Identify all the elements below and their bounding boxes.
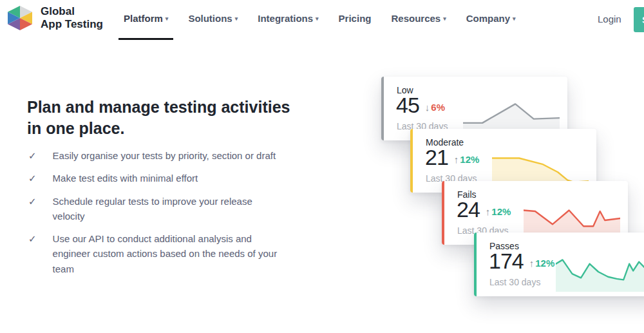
feature-item: ✓Make test edits with minimal effort (28, 171, 299, 186)
card-delta: ↑12% (486, 206, 511, 217)
card-delta: ↑12% (529, 258, 555, 269)
feature-item: ✓Use our API to conduct additional analy… (28, 231, 299, 276)
page-title: Plan and manage testing activities in on… (27, 97, 304, 139)
card-period: Last 30 days (489, 277, 540, 287)
card-delta: ↑12% (454, 154, 480, 165)
check-icon: ✓ (28, 171, 37, 186)
check-icon: ✓ (28, 231, 37, 276)
delta-percent: 12% (460, 154, 479, 165)
feature-text: Make test edits with minimal effort (53, 171, 198, 186)
logo[interactable]: Global App Testing (5, 5, 103, 32)
nav-item-pricing[interactable]: Pricing▾ (339, 13, 372, 24)
check-icon: ✓ (28, 148, 37, 163)
arrow-up-icon: ↑ (454, 154, 459, 165)
nav-item-integrations[interactable]: Integrations▾ (258, 13, 318, 24)
card-value: 24 (457, 198, 480, 220)
delta-percent: 12% (535, 258, 554, 269)
nav-item-label: Pricing (339, 13, 372, 24)
chevron-down-icon: ▾ (235, 15, 238, 22)
logo-text-line1: Global (41, 5, 103, 18)
feature-item: ✓Easily organise your tests by priority,… (28, 148, 299, 163)
card-accent-bar (474, 233, 477, 296)
nav-item-resources[interactable]: Resources▾ (391, 13, 446, 24)
feature-text: Use our API to conduct additional analys… (53, 231, 283, 276)
nav-item-label: Integrations (258, 13, 313, 24)
card-value-row: 45 ↓6% (396, 94, 445, 116)
arrow-up-icon: ↑ (529, 258, 535, 269)
nav-item-company[interactable]: Company▾ (466, 13, 516, 24)
delta-percent: 6% (431, 102, 445, 113)
chevron-down-icon: ▾ (513, 15, 516, 22)
feature-list: ✓Easily organise your tests by priority,… (28, 148, 299, 284)
chevron-down-icon: ▾ (316, 15, 319, 22)
nav-item-platform[interactable]: Platform▾ (124, 13, 168, 24)
nav-item-label: Company (466, 13, 510, 24)
signup-button[interactable]: S (634, 7, 644, 32)
chevron-down-icon: ▾ (166, 15, 169, 22)
card-value-row: 24 ↑12% (457, 198, 511, 220)
sparkline-passes (556, 252, 644, 292)
nav-item-label: Resources (391, 13, 440, 24)
card-accent-bar (410, 129, 413, 193)
logo-hexagon-icon (5, 5, 35, 32)
card-accent-bar (381, 77, 384, 140)
login-link[interactable]: Login (598, 14, 621, 24)
main-nav: Platform▾ Solutions▾ Integrations▾ Prici… (124, 13, 516, 24)
feature-item: ✓Schedule regular tests to improve your … (28, 194, 299, 224)
card-value-row: 21 ↑12% (425, 146, 479, 168)
card-accent-bar (442, 181, 444, 245)
sparkline-fill (556, 260, 644, 292)
card-value-row: 174 ↑12% (489, 250, 554, 272)
logo-text-line2: App Testing (41, 18, 103, 31)
arrow-down-icon: ↓ (425, 102, 430, 113)
stat-card-passes: Passes 174 ↑12% Last 30 days (474, 233, 644, 296)
chevron-down-icon: ▾ (443, 15, 446, 22)
card-value: 174 (489, 250, 524, 272)
nav-item-label: Platform (124, 13, 163, 24)
page: Global App Testing Platform▾ Solutions▾ … (0, 0, 644, 333)
card-delta: ↓6% (425, 102, 445, 113)
nav-item-solutions[interactable]: Solutions▾ (188, 13, 238, 24)
card-value: 45 (396, 94, 419, 116)
check-icon: ✓ (28, 194, 37, 224)
logo-text: Global App Testing (41, 5, 103, 31)
card-value: 21 (425, 146, 448, 168)
arrow-up-icon: ↑ (486, 206, 491, 217)
feature-text: Schedule regular tests to improve your r… (53, 194, 283, 224)
feature-text: Easily organise your tests by priority, … (53, 148, 276, 163)
nav-item-label: Solutions (188, 13, 232, 24)
delta-percent: 12% (491, 206, 511, 217)
